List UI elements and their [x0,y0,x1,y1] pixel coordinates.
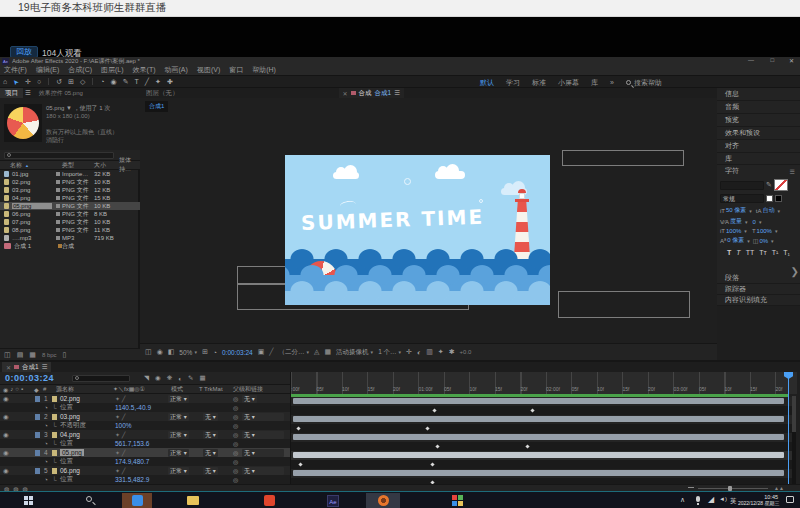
start-button[interactable] [24,496,33,505]
parent-dropdown[interactable]: 无 ▾ [242,431,284,439]
parent-pickwhip-icon[interactable]: ◎ [233,449,238,456]
close-button[interactable]: ✕ [789,57,794,64]
stamp-tool-icon[interactable]: ✦ [155,78,161,86]
show-snapshot-icon[interactable]: ◉ [157,348,163,356]
property-value[interactable]: 1140.5,-40.9 [115,404,151,411]
font-style-dropdown[interactable]: 常规 [720,194,764,203]
taskbar-app-photos[interactable] [444,493,470,508]
eye-icon[interactable]: ◉ [3,449,9,457]
mode-dropdown[interactable]: 正常 ▾ [168,413,189,421]
parent-pickwhip-icon[interactable]: ◎ [233,431,238,438]
pen-tool-icon[interactable]: ✎ [123,78,129,86]
eye-icon[interactable]: ◉ [3,395,9,403]
layer-switches[interactable]: ✦ ╱ [115,395,125,402]
hand-tool-icon[interactable]: ✛ [25,78,31,86]
panel-menu-icon[interactable]: ☰ [42,363,48,371]
trkmat-dropdown[interactable]: 无 ▾ [203,467,218,475]
property-row[interactable]: ◔ └ 位置 561.7,153.6 ◎ [0,439,290,448]
layer-switches[interactable]: ✦ ╱ [115,431,125,438]
home-tool-icon[interactable]: ⌂ [3,78,7,85]
graph-editor-icon[interactable]: ▦ [200,374,206,382]
selection-tool-icon[interactable]: ➤ [11,77,21,87]
parent-dropdown[interactable]: 无 ▾ [242,395,257,403]
trkmat-dropdown[interactable]: 无 ▾ [203,413,218,421]
layer-label-color[interactable] [35,432,40,438]
layer-switches[interactable]: ✦ ╱ [115,467,125,474]
trkmat-column[interactable]: T TrkMat [199,386,223,392]
panel-menu-icon[interactable]: ☰ [394,89,400,97]
mode-dropdown[interactable]: 正常 ▾ [168,395,189,403]
type-tool-icon[interactable]: T [135,78,139,85]
taskbar-app-stream[interactable] [122,493,152,508]
project-search-input[interactable] [4,152,114,159]
spacing-value[interactable]: 0% [759,238,768,244]
motion-blur-icon[interactable]: ✎ [188,374,193,382]
track-row[interactable] [291,415,792,424]
transparency-grid-icon[interactable]: ▦ [324,348,331,356]
column-type[interactable]: 类型 [62,161,74,170]
trash-icon[interactable]: ▯ [63,351,67,359]
font-size-value[interactable]: 50 像素 [726,206,746,215]
layer-wireframe[interactable] [562,150,684,166]
layer-label-color[interactable] [35,396,40,402]
ruler-grid-icon[interactable]: ⊞ [202,348,208,356]
exposure-value[interactable]: +0.0 [460,349,472,355]
panel-content-aware-fill[interactable]: 内容识别填充 [717,295,800,306]
timeline-zoom-out-icon[interactable] [688,487,694,488]
menu-window[interactable]: 窗口 [229,65,243,75]
track-row[interactable] [291,424,792,433]
panel-libraries[interactable]: 库 [717,153,800,165]
frame-blending-icon[interactable]: ◐ [178,375,182,382]
hide-shy-layers-icon[interactable]: ❋ [167,374,172,382]
pan-tool-icon[interactable]: ⊞ [68,78,74,86]
layer-row[interactable]: ◉ 1 02.png ✦ ╱ 正常 ▾ ◎ 无 ▾ [0,394,290,403]
tray-network-icon[interactable]: ◢ [708,495,714,504]
stopwatch-icon[interactable]: ◔ [44,422,48,429]
trkmat-dropdown[interactable]: 无 ▾ [203,449,218,457]
font-family-dropdown[interactable] [720,181,764,190]
timeline-search-input[interactable] [72,375,130,382]
timeline-scrollbar[interactable] [792,396,796,484]
panel-menu-icon[interactable]: ☰ [790,168,795,175]
tab-project[interactable]: 项目 [0,88,23,98]
superscript-icon[interactable]: T¹ [772,249,779,256]
track-row-selected[interactable] [291,451,792,460]
stopwatch-icon[interactable]: ◔ [44,440,48,447]
horizontal-scale-value[interactable]: 100% [757,228,772,234]
draft-3d-icon[interactable]: ◉ [155,374,161,382]
help-search[interactable]: 搜索帮助 [626,78,662,88]
all-caps-icon[interactable]: TT [746,249,755,256]
parent-dropdown[interactable]: 无 ▾ [242,467,284,475]
small-caps-icon[interactable]: Tт [759,249,766,256]
menu-layer[interactable]: 图层(L) [101,65,124,75]
property-value[interactable]: 100% [115,422,132,429]
property-row[interactable]: ◔ └ 不透明度 100% ◎ [0,421,290,430]
fill-color-swatch[interactable] [774,179,788,191]
layer-label-color[interactable] [35,450,40,456]
timeline-timecode[interactable]: 0:00:03:24 [5,373,54,383]
source-name-column[interactable]: 源名称 [56,385,74,394]
puppet-tool-icon[interactable]: ✚ [167,78,173,86]
layer-switches[interactable]: ✦ ╱ [115,413,125,420]
tray-ime-label[interactable]: 英 [730,497,737,506]
resolution-dropdown[interactable]: （二分…▾ [279,348,310,357]
channels-icon[interactable]: ◧ [168,348,175,356]
faux-bold-icon[interactable]: T [727,249,731,256]
fast-preview-icon[interactable]: ◐ [417,349,421,356]
mode-dropdown[interactable]: 正常 ▾ [168,449,189,457]
taskbar-app-explorer[interactable] [180,493,206,508]
zoom-tool-icon[interactable]: ○ [37,78,41,85]
maximize-button[interactable]: □ [770,57,774,63]
subscript-icon[interactable]: T₁ [783,249,790,256]
faux-italic-icon[interactable]: T [736,249,740,256]
layer-row[interactable]: ◉ 2 03.png ✦ ╱ 正常 ▾ 无 ▾ ◎ 无 ▾ [0,412,290,421]
panel-effects-presets[interactable]: 效果和预设 [717,127,800,140]
menu-composition[interactable]: 合成(C) [68,65,92,75]
column-size[interactable]: 大小 [94,161,106,170]
brush-tool-icon[interactable]: ╱ [145,78,149,86]
keyframe[interactable] [435,444,439,448]
mode-dropdown[interactable]: 正常 ▾ [168,467,189,475]
eye-icon[interactable]: ◉ [3,413,9,421]
baseline-shift-value[interactable]: 0 像素 [727,236,744,245]
track-row[interactable] [291,406,792,415]
